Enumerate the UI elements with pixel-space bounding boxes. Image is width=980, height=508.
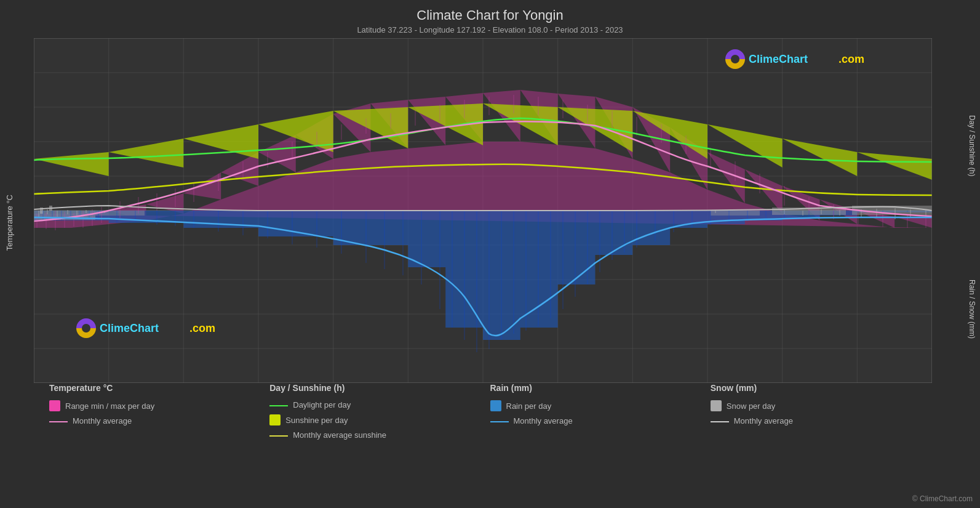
svg-text:.com: .com xyxy=(189,322,215,334)
daylight-line xyxy=(269,405,288,406)
legend-title-snow: Snow (mm) xyxy=(711,383,931,393)
snow-per-day-label: Snow per day xyxy=(727,401,776,411)
y-axis-left-label: Temperature °C xyxy=(5,195,14,251)
legend-title-sunshine: Day / Sunshine (h) xyxy=(269,383,490,393)
svg-point-180 xyxy=(731,55,739,63)
rain-swatch xyxy=(490,400,501,411)
temp-avg-label: Monthly average xyxy=(73,416,132,425)
rain-avg-line xyxy=(490,421,509,422)
temp-avg-line xyxy=(49,421,68,422)
copyright-footer: © ClimeChart.com xyxy=(912,494,973,503)
svg-rect-30 xyxy=(711,211,760,216)
sunshine-avg-line xyxy=(269,435,288,437)
legend-item-temp-avg: Monthly average xyxy=(49,416,269,425)
chart-svg: 50 40 30 20 10 0 -10 -20 -30 -40 -50 24 xyxy=(34,38,932,383)
legend-item-rain-avg: Monthly average xyxy=(490,416,711,425)
title-section: Climate Chart for Yongin Latitude 37.223… xyxy=(0,0,980,34)
legend-item-rain-per-day: Rain per day xyxy=(490,400,711,411)
y-axis-right-bottom-label: Rain / Snow (mm) xyxy=(968,280,976,339)
legend-item-daylight: Daylight per day xyxy=(269,400,490,409)
legend-item-snow-per-day: Snow per day xyxy=(711,400,931,411)
main-container: Climate Chart for Yongin Latitude 37.223… xyxy=(0,0,980,508)
legend-title-temperature: Temperature °C xyxy=(49,383,269,393)
daylight-label: Daylight per day xyxy=(293,400,351,409)
snow-avg-label: Monthly average xyxy=(734,416,793,425)
legend-column-temperature: Temperature °C Range min / max per day M… xyxy=(49,383,269,440)
legend-item-temp-range: Range min / max per day xyxy=(49,400,269,411)
rain-per-day-label: Rain per day xyxy=(506,401,552,411)
legend-title-rain: Rain (mm) xyxy=(490,383,711,393)
svg-text:ClimeChart: ClimeChart xyxy=(749,53,808,65)
rain-avg-label: Monthly average xyxy=(514,416,573,425)
snow-avg-line xyxy=(711,421,729,422)
sunshine-swatch xyxy=(269,414,281,425)
legend-area: Temperature °C Range min / max per day M… xyxy=(0,374,980,440)
legend-column-rain: Rain (mm) Rain per day Monthly average xyxy=(490,383,711,440)
sunshine-avg-label: Monthly average sunshine xyxy=(293,430,386,440)
snow-swatch xyxy=(711,400,722,411)
svg-text:.com: .com xyxy=(839,53,864,65)
temp-range-swatch xyxy=(49,400,60,411)
legend-item-snow-avg: Monthly average xyxy=(711,416,931,425)
temp-range-label: Range min / max per day xyxy=(65,401,154,411)
svg-point-184 xyxy=(82,324,90,333)
svg-text:ClimeChart: ClimeChart xyxy=(100,322,159,334)
chart-subtitle: Latitude 37.223 - Longitude 127.192 - El… xyxy=(0,25,980,34)
chart-title: Climate Chart for Yongin xyxy=(0,7,980,23)
sunshine-per-day-label: Sunshine per day xyxy=(285,416,348,425)
y-axis-right-top-label: Day / Sunshine (h) xyxy=(968,115,976,176)
legend-item-sunshine-avg: Monthly average sunshine xyxy=(269,430,490,440)
legend-column-sunshine: Day / Sunshine (h) Daylight per day Suns… xyxy=(269,383,490,440)
legend-item-sunshine-per-day: Sunshine per day xyxy=(269,414,490,425)
legend-column-snow: Snow (mm) Snow per day Monthly average xyxy=(711,383,931,440)
